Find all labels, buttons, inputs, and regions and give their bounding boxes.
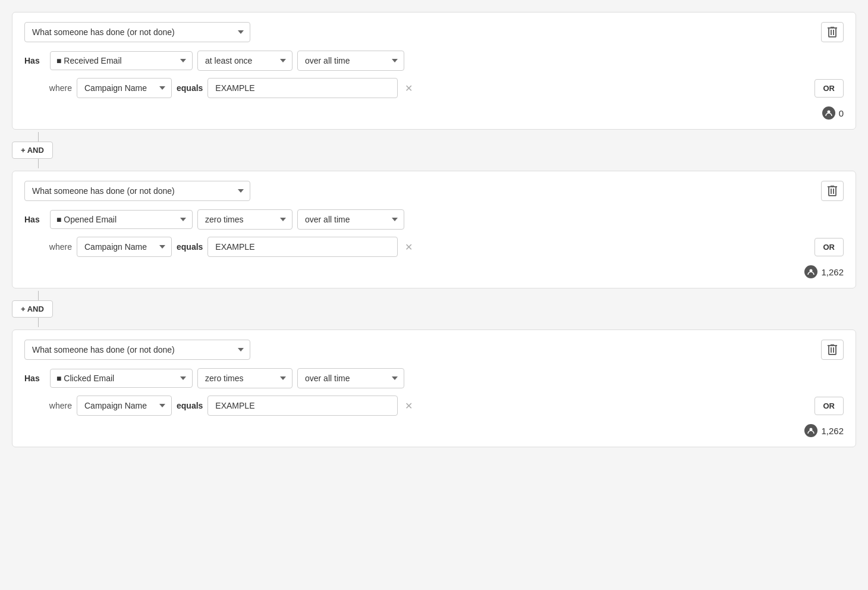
block3-where-label: where [48,401,72,410]
block3-count-icon [804,424,817,437]
block1-equals-label: equals [177,83,203,93]
block1-where-row: where Campaign Name equals ✕ OR [48,78,844,98]
block3-time-select[interactable]: over all time [297,368,404,388]
block2-where-row: where Campaign Name equals ✕ OR [48,237,844,257]
block2-count-icon [804,265,817,278]
block3-top-row: What someone has done (or not done) [24,340,844,360]
block3-property-select[interactable]: Campaign Name [77,396,172,416]
block1-type-select[interactable]: What someone has done (or not done) [24,22,250,42]
block2-delete-button[interactable] [821,181,844,201]
block1-count-icon [822,106,835,120]
block2-value-input[interactable] [207,237,398,257]
trash-icon-3 [828,344,837,355]
block2-where-label: where [48,242,72,252]
block2-type-select[interactable]: What someone has done (or not done) [24,181,250,201]
line-4 [38,318,39,327]
block3-event-select[interactable]: ■ Clicked Email [50,369,193,388]
block1-has-row: Has ■ Received Email at least once over … [24,51,844,71]
block2-time-select[interactable]: over all time [297,209,404,230]
block1-event-select[interactable]: ■ Received Email [50,51,193,70]
block2-bottom-row: 1,262 [24,265,844,278]
block3-has-label: Has [24,374,45,383]
block2-count: 1,262 [821,267,844,277]
trash-icon-2 [828,186,837,196]
block2-event-select[interactable]: ■ Opened Email [50,210,193,229]
and-connector-2: + AND [12,291,856,327]
block2-has-row: Has ■ Opened Email zero times over all t… [24,209,844,230]
block1-property-select[interactable]: Campaign Name [77,78,172,98]
condition-block-1: What someone has done (or not done) Has … [12,12,856,130]
block3-delete-button[interactable] [821,340,844,360]
block3-clear-button[interactable]: ✕ [402,398,415,414]
block1-count: 0 [839,108,844,118]
and-button-2[interactable]: + AND [12,300,53,318]
block2-or-button[interactable]: OR [814,238,844,256]
block3-bottom-row: 1,262 [24,424,844,437]
block1-delete-button[interactable] [821,22,844,42]
block3-has-row: Has ■ Clicked Email zero times over all … [24,368,844,388]
block3-equals-label: equals [177,401,203,410]
and-button-1[interactable]: + AND [12,142,53,159]
line-2 [38,159,39,168]
block1-value-input[interactable] [207,78,398,98]
block1-bottom-row: 0 [24,106,844,120]
trash-icon [828,27,837,37]
block2-frequency-select[interactable]: zero times [197,209,293,230]
condition-block-2: What someone has done (or not done) Has … [12,171,856,288]
block1-time-select[interactable]: over all time [297,51,404,71]
block3-frequency-select[interactable]: zero times [197,368,293,388]
line-3 [38,291,39,300]
condition-block-3: What someone has done (or not done) Has … [12,329,856,447]
block1-frequency-select[interactable]: at least once [197,51,293,71]
block1-or-button[interactable]: OR [814,79,844,98]
block3-or-button[interactable]: OR [814,397,844,415]
line-1 [38,132,39,142]
block2-top-row: What someone has done (or not done) [24,181,844,201]
and-connector-1: + AND [12,132,856,168]
block1-has-label: Has [24,56,45,65]
block1-top-row: What someone has done (or not done) [24,22,844,42]
block1-where-label: where [48,83,72,93]
block3-value-input[interactable] [207,396,398,416]
block1-clear-button[interactable]: ✕ [402,80,415,96]
block3-count: 1,262 [821,426,844,436]
block3-where-row: where Campaign Name equals ✕ OR [48,396,844,416]
block2-equals-label: equals [177,242,203,252]
block2-property-select[interactable]: Campaign Name [77,237,172,257]
block2-clear-button[interactable]: ✕ [402,239,415,255]
block2-has-label: Has [24,215,45,224]
block3-type-select[interactable]: What someone has done (or not done) [24,340,250,360]
